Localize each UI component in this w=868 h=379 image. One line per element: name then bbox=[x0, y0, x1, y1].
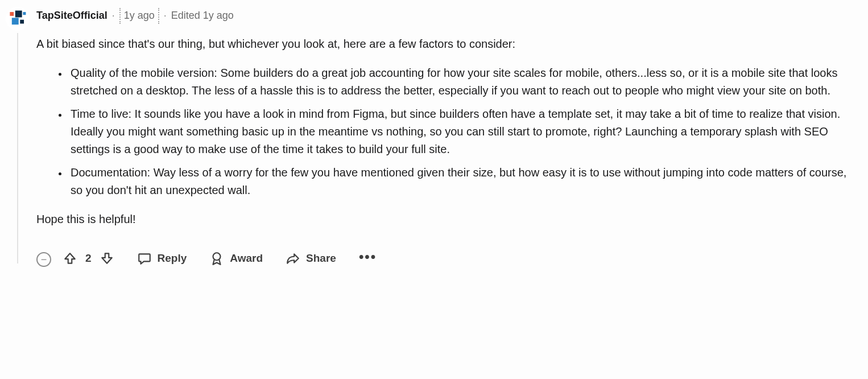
svg-rect-1 bbox=[15, 11, 22, 18]
svg-rect-0 bbox=[10, 12, 14, 16]
content-paragraph: Hope this is helpful! bbox=[36, 211, 850, 228]
svg-point-5 bbox=[213, 253, 221, 260]
award-label: Award bbox=[230, 250, 263, 266]
comment-actions: 2 Reply Award bbox=[63, 250, 377, 267]
more-options-button[interactable]: ••• bbox=[359, 250, 377, 267]
ellipsis-icon: ••• bbox=[359, 249, 377, 264]
minus-icon: − bbox=[41, 254, 47, 265]
vote-group: 2 bbox=[63, 250, 114, 266]
meta-separator: · bbox=[112, 8, 115, 24]
username-link[interactable]: TapSiteOfficial bbox=[36, 8, 108, 24]
avatar[interactable] bbox=[6, 7, 30, 31]
list-item: Documentation: Way less of a worry for t… bbox=[68, 164, 850, 199]
content-paragraph: A bit biased since that's our thing, but… bbox=[36, 35, 850, 53]
vote-score: 2 bbox=[85, 250, 92, 266]
reply-label: Reply bbox=[158, 250, 187, 266]
svg-rect-4 bbox=[20, 20, 24, 24]
timestamp[interactable]: 1y ago bbox=[124, 8, 155, 24]
comment-meta: TapSiteOfficial · 1y ago · Edited 1y ago bbox=[36, 8, 857, 24]
comment: TapSiteOfficial · 1y ago · Edited 1y ago… bbox=[6, 7, 857, 267]
reply-button[interactable]: Reply bbox=[137, 250, 187, 266]
upvote-button[interactable] bbox=[63, 251, 77, 266]
timestamp-wrap: 1y ago bbox=[119, 8, 159, 24]
svg-rect-2 bbox=[23, 12, 26, 15]
award-icon bbox=[209, 251, 224, 266]
edited-label[interactable]: Edited 1y ago bbox=[171, 8, 234, 24]
svg-rect-3 bbox=[12, 18, 19, 24]
meta-separator: · bbox=[164, 8, 167, 24]
list-item: Time to live: It sounds like you have a … bbox=[68, 105, 850, 158]
share-label: Share bbox=[306, 250, 336, 266]
avatar-logo-icon bbox=[8, 9, 27, 28]
share-icon bbox=[286, 251, 300, 266]
upvote-icon bbox=[63, 251, 77, 266]
downvote-button[interactable] bbox=[100, 251, 114, 266]
comment-content: A bit biased since that's our thing, but… bbox=[36, 35, 850, 228]
list-item: Quality of the mobile version: Some buil… bbox=[68, 64, 850, 100]
collapse-thread-button[interactable]: − bbox=[36, 252, 51, 267]
thread-line bbox=[17, 33, 18, 263]
content-list: Quality of the mobile version: Some buil… bbox=[36, 64, 850, 199]
comment-icon bbox=[137, 251, 152, 266]
thread-rail bbox=[6, 7, 30, 267]
comment-bottom-row: − 2 Reply bbox=[36, 240, 857, 267]
comment-body: TapSiteOfficial · 1y ago · Edited 1y ago… bbox=[36, 7, 857, 267]
award-button[interactable]: Award bbox=[209, 250, 263, 266]
share-button[interactable]: Share bbox=[286, 250, 336, 266]
downvote-icon bbox=[100, 251, 114, 266]
